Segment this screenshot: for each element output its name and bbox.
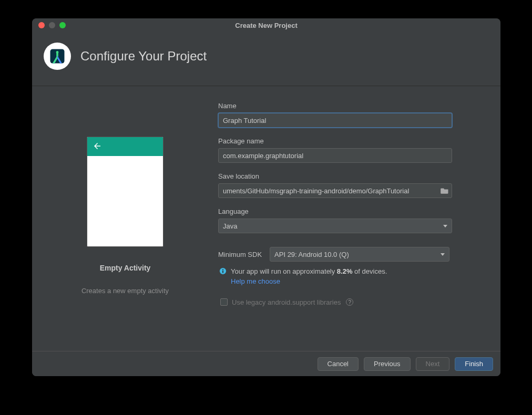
minimize-window-button[interactable] [49, 22, 55, 28]
package-name-label: Package name [218, 137, 482, 145]
language-select[interactable]: Java [218, 219, 452, 233]
cancel-button[interactable]: Cancel [318, 357, 359, 371]
chevron-down-icon [443, 225, 447, 227]
close-window-button[interactable] [38, 22, 45, 28]
window-title: Create New Project [32, 22, 500, 29]
activity-description: Creates a new empty activity [81, 287, 169, 295]
titlebar: Create New Project [32, 18, 500, 32]
legacy-libraries-label: Use legacy android.support libraries [232, 298, 341, 306]
maximize-window-button[interactable] [59, 22, 66, 28]
minimum-sdk-value: API 29: Android 10.0 (Q) [274, 251, 349, 258]
legacy-libraries-checkbox[interactable] [220, 298, 228, 306]
finish-button[interactable]: Finish [455, 357, 493, 371]
help-icon[interactable]: ? [346, 298, 353, 306]
dialog-window: Create New Project Configure Your Projec… [32, 18, 500, 376]
form-pane: Name Package name Save location Language… [218, 86, 500, 351]
save-location-input[interactable] [218, 183, 452, 198]
help-me-choose-link[interactable]: Help me choose [231, 277, 280, 285]
save-location-label: Save location [218, 172, 482, 180]
sdk-info: Your app will run on approximately 8.2% … [219, 267, 482, 287]
page-title: Configure Your Project [80, 49, 207, 64]
language-label: Language [218, 208, 482, 215]
back-arrow-icon [93, 141, 102, 152]
dialog-header: Configure Your Project [32, 32, 500, 86]
previous-button[interactable]: Previous [364, 357, 411, 371]
svg-rect-4 [222, 271, 223, 273]
language-value: Java [223, 222, 237, 230]
svg-rect-5 [222, 269, 223, 271]
minimum-sdk-select[interactable]: API 29: Android 10.0 (Q) [270, 247, 449, 262]
name-label: Name [218, 102, 482, 110]
name-input[interactable] [218, 113, 452, 128]
activity-name: Empty Activity [100, 264, 151, 272]
minimum-sdk-label: Minimum SDK [218, 251, 262, 258]
window-controls [32, 22, 66, 28]
info-icon [219, 267, 227, 275]
activity-preview [87, 137, 163, 247]
android-studio-logo [44, 43, 71, 70]
next-button: Next [416, 357, 450, 371]
chevron-down-icon [441, 253, 445, 256]
preview-appbar [87, 137, 163, 156]
sdk-info-text: Your app will run on approximately 8.2% … [231, 267, 387, 287]
activity-preview-pane: Empty Activity Creates a new empty activ… [32, 86, 218, 351]
package-name-input[interactable] [218, 148, 452, 163]
browse-folder-icon[interactable] [441, 188, 449, 194]
dialog-body: Empty Activity Creates a new empty activ… [32, 86, 500, 351]
dialog-footer: Cancel Previous Next Finish [32, 351, 500, 376]
